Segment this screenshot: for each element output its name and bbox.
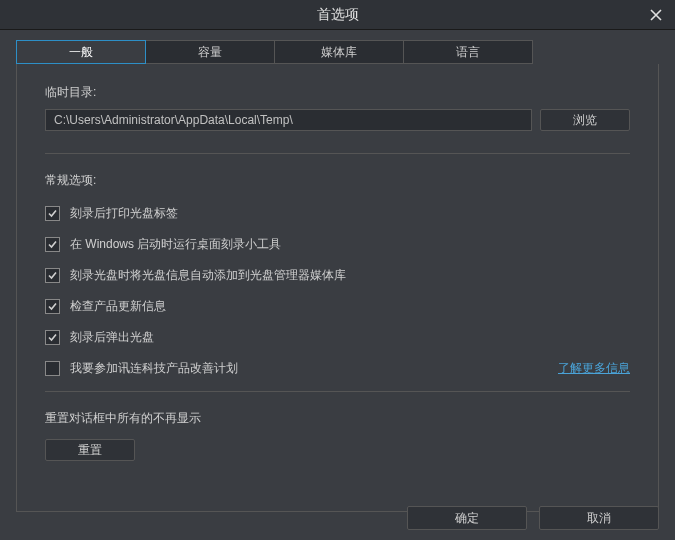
learn-more-link[interactable]: 了解更多信息 bbox=[558, 360, 630, 377]
cancel-button[interactable]: 取消 bbox=[539, 506, 659, 530]
window-title: 首选项 bbox=[317, 6, 359, 24]
separator bbox=[45, 391, 630, 392]
tab-capacity[interactable]: 容量 bbox=[145, 40, 275, 64]
check-icon bbox=[47, 270, 58, 281]
separator bbox=[45, 153, 630, 154]
checkbox-eject-after-burn[interactable] bbox=[45, 330, 60, 345]
check-icon bbox=[47, 332, 58, 343]
reset-button[interactable]: 重置 bbox=[45, 439, 135, 461]
tab-panel-general: 临时目录: C:\Users\Administrator\AppData\Loc… bbox=[16, 64, 659, 512]
reset-dialogs-label: 重置对话框中所有的不再显示 bbox=[45, 410, 630, 427]
tab-media[interactable]: 媒体库 bbox=[274, 40, 404, 64]
tempdir-label: 临时目录: bbox=[45, 84, 630, 101]
titlebar: 首选项 bbox=[0, 0, 675, 30]
checkbox-improvement-program-text: 我要参加讯连科技产品改善计划 bbox=[70, 360, 238, 377]
dialog-footer: 确定 取消 bbox=[407, 506, 659, 530]
browse-button[interactable]: 浏览 bbox=[540, 109, 630, 131]
tabstrip: 一般 容量 媒体库 语言 bbox=[0, 30, 675, 64]
checkbox-print-label-text: 刻录后打印光盘标签 bbox=[70, 205, 178, 222]
checkbox-eject-after-burn-text: 刻录后弹出光盘 bbox=[70, 329, 154, 346]
check-icon bbox=[47, 301, 58, 312]
ok-button[interactable]: 确定 bbox=[407, 506, 527, 530]
checkbox-check-updates-text: 检查产品更新信息 bbox=[70, 298, 166, 315]
checkbox-check-updates[interactable] bbox=[45, 299, 60, 314]
checkbox-startup-gadget-text: 在 Windows 启动时运行桌面刻录小工具 bbox=[70, 236, 281, 253]
close-icon bbox=[649, 8, 663, 22]
checkbox-auto-add-media-text: 刻录光盘时将光盘信息自动添加到光盘管理器媒体库 bbox=[70, 267, 346, 284]
checkbox-improvement-program[interactable] bbox=[45, 361, 60, 376]
checkbox-startup-gadget[interactable] bbox=[45, 237, 60, 252]
close-button[interactable] bbox=[645, 4, 667, 26]
tab-general[interactable]: 一般 bbox=[16, 40, 146, 64]
tab-language[interactable]: 语言 bbox=[403, 40, 533, 64]
check-icon bbox=[47, 239, 58, 250]
tempdir-input[interactable]: C:\Users\Administrator\AppData\Local\Tem… bbox=[45, 109, 532, 131]
checkbox-auto-add-media[interactable] bbox=[45, 268, 60, 283]
general-options-label: 常规选项: bbox=[45, 172, 630, 189]
checkbox-print-label[interactable] bbox=[45, 206, 60, 221]
check-icon bbox=[47, 208, 58, 219]
